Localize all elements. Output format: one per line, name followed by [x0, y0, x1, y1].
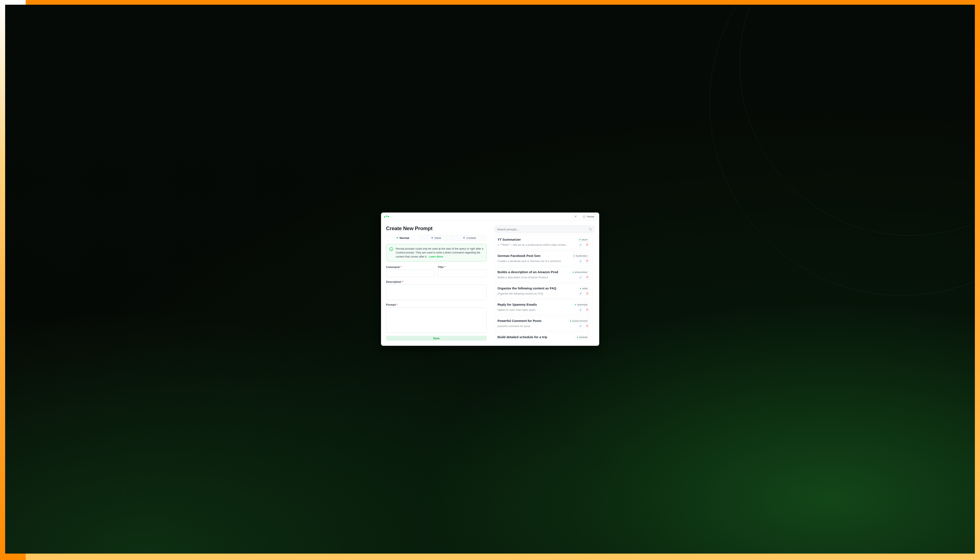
tab-context[interactable]: Context	[453, 235, 486, 240]
delete-button[interactable]	[585, 242, 590, 247]
dot-icon	[575, 304, 576, 305]
prompt-item-header: Build detailed schedule for a triptripde…	[498, 335, 590, 339]
close-button[interactable]	[573, 214, 578, 219]
prompt-item[interactable]: German Facebook Post GenfacebookenCreate…	[494, 251, 593, 266]
field-title: Title *	[438, 265, 487, 277]
tab-normal[interactable]: Normal	[387, 235, 420, 240]
title-input[interactable]	[438, 270, 487, 277]
command-input[interactable]	[386, 270, 435, 277]
dot-icon	[573, 272, 574, 273]
edit-button[interactable]	[578, 340, 583, 341]
tag-text: asfaq	[582, 287, 588, 290]
dot-icon	[574, 255, 575, 256]
trash-icon	[586, 292, 588, 295]
label-prompt: Prompt *	[386, 303, 487, 306]
dot-icon	[580, 288, 581, 289]
home-icon	[583, 215, 585, 218]
titlebar: Home	[381, 213, 599, 221]
prompt-list-pane: YT Summarizerytsum1. **Role**: I will ac…	[494, 225, 594, 341]
trash-icon	[586, 325, 588, 327]
close-icon	[574, 215, 577, 218]
prompt-item-header: Powerful Comment for Postspowercomment	[498, 319, 590, 323]
decor-ring	[740, 5, 975, 236]
delete-button[interactable]	[585, 323, 590, 328]
tag-text: powercomment	[572, 320, 588, 322]
search-icon	[589, 228, 592, 231]
tag-text: spamreply	[577, 303, 587, 306]
home-label: Home	[587, 215, 594, 218]
trash-icon	[586, 276, 588, 278]
prompt-item-title: Organize the following content as FAQ	[498, 287, 557, 290]
trash-icon	[586, 243, 588, 246]
prompt-item-actions	[578, 275, 590, 280]
prompt-item-tag: asfaq	[578, 287, 590, 290]
save-button[interactable]: Save	[386, 336, 487, 340]
prompt-item-actions	[578, 323, 590, 328]
required-mark: *	[444, 265, 445, 268]
label-description: Description *	[386, 280, 487, 283]
tag-text: facebooken	[576, 255, 587, 257]
titlebar-actions: Home	[573, 214, 597, 219]
edit-button[interactable]	[578, 291, 583, 296]
search-wrap	[494, 225, 594, 233]
prompt-input[interactable]	[386, 307, 487, 333]
delete-button[interactable]	[585, 275, 590, 280]
field-description: Description *	[386, 280, 487, 300]
prompt-item-header: Reply for Spammy Emailsspamreply	[498, 303, 590, 307]
prompt-item-sub: replies to users that hates spam	[498, 308, 570, 312]
delete-button[interactable]	[585, 258, 590, 263]
label-title: Title *	[438, 265, 487, 268]
prompt-item-actions	[578, 307, 590, 312]
dark-background-stage: Home Create New Prompt Normal	[5, 5, 975, 553]
label-text: Command	[386, 265, 400, 268]
prompt-item-sub: powerful comment for posts	[498, 325, 570, 328]
prompt-item-row: Builds a description of an Amazon Produc…	[498, 275, 590, 280]
prompt-item-header: Builds a description of an Amazon Prodam…	[498, 270, 590, 274]
description-input[interactable]	[386, 285, 487, 300]
tab-inline[interactable]: Inline	[420, 235, 453, 240]
edit-button[interactable]	[578, 258, 583, 263]
home-button[interactable]: Home	[580, 214, 597, 219]
prompt-item[interactable]: YT Summarizerytsum1. **Role**: I will ac…	[494, 235, 593, 249]
edit-icon	[580, 243, 582, 246]
prompt-item[interactable]: Build detailed schedule for a triptripde…	[494, 332, 593, 341]
prompt-item-header: Organize the following content as FAQasf…	[498, 287, 590, 290]
svg-line-3	[591, 230, 592, 230]
edit-button[interactable]	[578, 307, 583, 312]
prompt-item-row: Organize the following content as FAQ	[498, 292, 590, 296]
edit-icon	[580, 325, 582, 327]
prompt-item-sub: Builds a description of an Amazon Produc…	[498, 276, 570, 279]
prompt-item[interactable]: Builds a description of an Amazon Prodam…	[494, 267, 593, 282]
prompt-item-title: Powerful Comment for Posts	[498, 319, 542, 323]
prompt-item-tag: amazondesc	[571, 270, 590, 274]
label-command: Command *	[386, 265, 435, 268]
tag-text: amazondesc	[575, 271, 588, 273]
search-input[interactable]	[494, 225, 594, 233]
prompt-item-actions	[578, 340, 590, 341]
delete-button[interactable]	[585, 291, 590, 296]
prompt-item-header: German Facebook Post Genfacebooken	[498, 254, 590, 258]
delete-button[interactable]	[585, 307, 590, 312]
edit-icon	[580, 276, 582, 278]
edit-button[interactable]	[578, 242, 583, 247]
label-text: Prompt	[386, 303, 396, 306]
prompt-item-sub: Creates a facebook post in German out of…	[498, 260, 570, 263]
label-text: Title	[438, 265, 444, 268]
prompt-item[interactable]: Organize the following content as FAQasf…	[494, 283, 593, 298]
info-text: Normal prompts could only be used at the…	[396, 247, 483, 258]
edit-button[interactable]	[578, 323, 583, 328]
prompt-item[interactable]: Powerful Comment for Postspowercommentpo…	[494, 316, 593, 331]
learn-more-link[interactable]: Learn More	[429, 255, 443, 258]
prompt-item[interactable]: Reply for Spammy Emailsspamreplyreplies …	[494, 300, 593, 315]
prompt-item-tag: powercomment	[568, 319, 590, 323]
edit-button[interactable]	[578, 275, 583, 280]
prompt-list[interactable]: YT Summarizerytsum1. **Role**: I will ac…	[494, 235, 594, 341]
prompt-item-title: Builds a description of an Amazon Prod	[498, 270, 558, 274]
dot-icon	[432, 237, 433, 238]
edit-icon	[580, 292, 582, 295]
dot-icon	[577, 337, 578, 338]
delete-button[interactable]	[585, 340, 590, 341]
app-window: Home Create New Prompt Normal	[381, 213, 599, 346]
prompt-item-title: German Facebook Post Gen	[498, 254, 541, 258]
required-mark: *	[400, 265, 402, 268]
